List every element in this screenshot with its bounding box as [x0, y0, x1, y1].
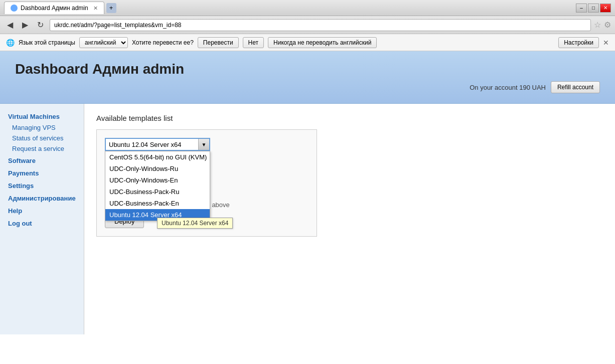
template-select-display[interactable]: Ubuntu 12.04 Server x64 ▼ — [105, 138, 210, 151]
minimize-btn[interactable]: – — [576, 4, 587, 13]
language-select[interactable]: английский — [79, 37, 128, 48]
dropdown-item-1[interactable]: UDC-Only-Windows-Ru — [105, 163, 210, 174]
sidebar-item-admin[interactable]: Администрирование — [0, 192, 84, 204]
bookmark-btn[interactable]: ☆ — [594, 20, 601, 30]
sidebar-item-managing-vps[interactable]: Managing VPS — [0, 122, 84, 133]
translation-settings-btn[interactable]: Настройки — [558, 37, 599, 48]
sidebar-item-virtual-machines[interactable]: Virtual Machines — [0, 110, 84, 122]
new-tab-btn[interactable]: + — [106, 3, 116, 13]
translate-bar: 🌐 Язык этой страницы английский Хотите п… — [0, 34, 615, 51]
sidebar: Virtual Machines Managing VPS Status of … — [0, 104, 84, 334]
select-arrow-icon: ▼ — [198, 139, 209, 150]
tooltip-box: Ubuntu 12.04 Server x64 — [157, 218, 233, 229]
translate-btn[interactable]: Перевести — [198, 37, 239, 48]
maximize-btn[interactable]: □ — [588, 4, 599, 13]
close-btn[interactable]: ✕ — [600, 4, 611, 13]
dropdown-item-2[interactable]: UDC-Only-Windows-En — [105, 174, 210, 186]
window-controls: – □ ✕ — [575, 4, 611, 13]
back-btn[interactable]: ◀ — [4, 19, 16, 31]
tab-close-btn[interactable]: ✕ — [93, 5, 98, 12]
no-translate-btn[interactable]: Нет — [243, 37, 264, 48]
account-text: On your account 190 UAH — [470, 84, 546, 91]
address-bar[interactable] — [50, 19, 591, 31]
main-layout: Virtual Machines Managing VPS Status of … — [0, 104, 615, 334]
sidebar-item-settings[interactable]: Settings — [0, 179, 84, 192]
sidebar-item-help[interactable]: Help — [0, 204, 84, 217]
reload-btn[interactable]: ↻ — [34, 19, 47, 31]
sidebar-item-logout[interactable]: Log out — [0, 217, 84, 229]
page-title: Dashboard Админ admin — [15, 61, 600, 77]
never-translate-btn[interactable]: Никогда не переводить английский — [268, 37, 377, 48]
translate-question: Хотите перевести ее? — [132, 39, 194, 46]
sidebar-item-software[interactable]: Software — [0, 154, 84, 166]
page-header: Dashboard Админ admin On your account 19… — [0, 51, 615, 104]
dropdown-item-0[interactable]: CentOS 5.5(64-bit) no GUI (KVM) — [105, 151, 210, 163]
content-title: Available templates list — [96, 114, 603, 122]
sidebar-item-payments[interactable]: Payments — [0, 166, 84, 179]
page-wrapper: Dashboard Админ admin On your account 19… — [0, 51, 615, 364]
browser-titlebar: Dashboard Админ admin ✕ + – □ ✕ — [0, 0, 615, 16]
dropdown-item-3[interactable]: UDC-Business-Pack-Ru — [105, 186, 210, 198]
account-bar: On your account 190 UAH Refill account — [15, 81, 600, 93]
dropdown-item-4[interactable]: UDC-Business-Pack-En — [105, 198, 210, 209]
tab-title: Dashboard Админ admin — [21, 5, 88, 12]
translate-icon: 🌐 — [6, 39, 15, 47]
settings-btn[interactable]: ⚙ — [604, 20, 611, 30]
forward-btn[interactable]: ▶ — [19, 19, 31, 31]
sidebar-item-request-service[interactable]: Request a service — [0, 143, 84, 154]
template-container: Ubuntu 12.04 Server x64 ▼ CentOS 5.5(64-… — [96, 129, 317, 237]
template-select-wrapper[interactable]: Ubuntu 12.04 Server x64 ▼ CentOS 5.5(64-… — [105, 138, 210, 151]
translate-label: Язык этой страницы — [19, 39, 75, 46]
sidebar-item-status-services[interactable]: Status of services — [0, 133, 84, 143]
translate-close-btn[interactable]: ✕ — [603, 39, 609, 47]
content-area: Available templates list Ubuntu 12.04 Se… — [84, 104, 615, 334]
template-dropdown-list[interactable]: CentOS 5.5(64-bit) no GUI (KVM) UDC-Only… — [105, 151, 210, 221]
selected-template-text: Ubuntu 12.04 Server x64 — [109, 141, 182, 148]
browser-navbar: ◀ ▶ ↻ ☆ ⚙ — [0, 16, 615, 34]
refill-account-btn[interactable]: Refill account — [551, 81, 600, 93]
browser-tab[interactable]: Dashboard Админ admin ✕ — [4, 2, 104, 14]
tab-favicon — [11, 5, 18, 12]
